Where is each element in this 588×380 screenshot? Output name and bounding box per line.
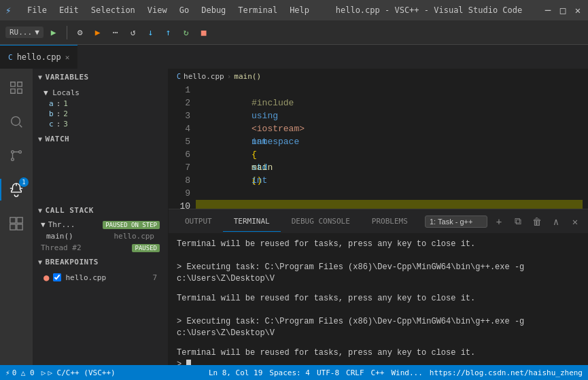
tab-problems[interactable]: PROBLEMS	[361, 211, 419, 232]
svg-point-0	[12, 117, 20, 126]
vscode-icon: ⚡	[5, 5, 16, 16]
activity-extensions[interactable]	[0, 207, 33, 240]
line-num-2: 2	[169, 97, 190, 109]
var-c-value: 3	[63, 120, 68, 128]
panel-maximize-button[interactable]: ∧	[549, 214, 564, 229]
var-a-value: 1	[63, 99, 68, 108]
var-c[interactable]: c : 3	[33, 119, 168, 129]
var-b-value: 2	[63, 109, 68, 118]
panel-split-button[interactable]: ⧉	[511, 214, 525, 229]
menu-file[interactable]: File	[22, 4, 52, 16]
panel-tabs: OUTPUT TERMINAL DEBUG CONSOLE PROBLEMS 1…	[169, 209, 588, 233]
variables-header[interactable]: ▼ VARIABLES	[33, 69, 168, 86]
debug-step-out-button[interactable]: ↑	[161, 25, 176, 40]
activity-explorer[interactable]	[0, 71, 33, 104]
var-b[interactable]: b : 2	[33, 109, 168, 119]
title-bar: ⚡ File Edit Selection View Go Debug Term…	[0, 0, 588, 20]
code-line-1: #include <iostream>	[196, 84, 583, 97]
breadcrumb: C hello.cpp › main()	[169, 69, 588, 84]
thread1-chevron: ▼	[41, 220, 46, 229]
status-position[interactable]: Ln 8, Col 19	[209, 368, 262, 377]
var-a-name: a	[49, 99, 54, 108]
status-platform[interactable]: Wind...	[391, 368, 422, 377]
menu-terminal[interactable]: Terminal	[232, 4, 283, 16]
panel-trash-button[interactable]: 🗑	[530, 214, 544, 229]
debug-config[interactable]: RU... ▼	[5, 27, 44, 38]
code-line-7: ● int b = 2 ;	[196, 161, 583, 174]
debug-step-into-button[interactable]: ↓	[143, 25, 158, 40]
var-a[interactable]: a : 1	[33, 99, 168, 109]
call-stack-thread1[interactable]: ▼ Thr... PAUSED ON STEP	[33, 219, 168, 230]
minimize-button[interactable]: ─	[543, 5, 553, 15]
close-button[interactable]: ✕	[573, 5, 583, 15]
panel-tabs-right: 1: Task - g++ + ⧉ 🗑 ∧ ✕	[425, 214, 583, 229]
panel-close-button[interactable]: ✕	[568, 214, 583, 229]
menu-selection[interactable]: Selection	[86, 4, 141, 16]
call-stack-thread2[interactable]: Thread #2 PAUSED	[33, 242, 168, 254]
terminal-cursor	[186, 360, 191, 365]
debug-restart-button[interactable]: ↻	[179, 25, 194, 40]
tab-output[interactable]: OUTPUT	[174, 211, 223, 232]
svg-rect-5	[17, 218, 22, 223]
mini-map	[583, 84, 588, 209]
status-blog-link[interactable]: https://blog.csdn.net/haishu_zheng	[430, 368, 583, 377]
activity-search[interactable]	[0, 105, 33, 138]
maximize-button[interactable]: □	[558, 5, 568, 15]
thread2-label: Thread #2	[41, 243, 82, 252]
status-debug-icon[interactable]: ⚡ 0 △ 0	[5, 368, 35, 377]
svg-point-1	[12, 151, 14, 154]
watch-header[interactable]: ▼ WATCH	[33, 131, 168, 148]
bp-checkbox[interactable]	[53, 273, 61, 281]
terminal-line-2-3: > Executing task: C:\Program Files (x86)…	[177, 316, 580, 339]
menu-go[interactable]: Go	[174, 4, 194, 16]
call-stack-section: ▼ CALL STACK ▼ Thr... PAUSED ON STEP mai…	[33, 202, 168, 254]
panel-add-button[interactable]: +	[491, 214, 506, 229]
panel-area: OUTPUT TERMINAL DEBUG CONSOLE PROBLEMS 1…	[169, 209, 588, 365]
tab-close-button[interactable]: ✕	[65, 53, 70, 62]
menu-debug[interactable]: Debug	[196, 4, 231, 16]
debug-step-over-button[interactable]: ↺	[126, 25, 141, 40]
line-num-3: 3	[169, 109, 190, 122]
line-num-8: 8	[169, 174, 190, 187]
status-eol[interactable]: CRLF	[346, 368, 364, 377]
watch-section: ▼ WATCH	[33, 131, 168, 148]
breakpoints-chevron: ▼	[38, 258, 43, 266]
debug-continue-button[interactable]: ▶	[46, 25, 61, 40]
debug-icon: ⚡	[5, 368, 10, 377]
debug-settings-button[interactable]: ⚙	[73, 25, 88, 40]
status-language-server[interactable]: ▷ ▷ C/C++ (VSC++)	[41, 368, 116, 377]
menu-view[interactable]: View	[142, 4, 173, 16]
bp-file: hello.cpp	[65, 273, 106, 282]
breadcrumb-symbol[interactable]: main()	[234, 72, 261, 81]
svg-point-3	[12, 158, 14, 161]
tab-terminal[interactable]: TERMINAL	[223, 211, 281, 232]
menu-edit[interactable]: Edit	[54, 4, 84, 16]
call-stack-header[interactable]: ▼ CALL STACK	[33, 202, 168, 219]
activity-git[interactable]	[0, 139, 33, 172]
status-spaces[interactable]: Spaces: 4	[269, 368, 310, 377]
code-editor[interactable]: 1 2 3 4 5 6 7 8 9 10 11 #include <iostre…	[169, 84, 588, 209]
terminal-content[interactable]: Terminal will be reused for tasks, press…	[169, 233, 588, 365]
breakpoints-label: BREAKPOINTS	[46, 258, 99, 266]
activity-debug[interactable]: 1	[0, 173, 33, 206]
editor-area: C hello.cpp › main() 1 2 3 4 5 6 7 8 9 1…	[169, 69, 588, 365]
debug-config-chevron: ▼	[35, 28, 39, 37]
menu-bar: File Edit Selection View Go Debug Termin…	[22, 4, 315, 16]
status-encoding[interactable]: UTF-8	[317, 368, 339, 377]
terminal-line-2-2	[177, 305, 580, 316]
status-language[interactable]: C++	[371, 368, 385, 377]
locals-header[interactable]: ▼ Locals	[33, 87, 168, 99]
debug-run-button[interactable]: ▶	[90, 25, 105, 40]
breakpoints-header[interactable]: ▼ BREAKPOINTS	[33, 254, 168, 271]
tab-debug-console[interactable]: DEBUG CONSOLE	[281, 211, 361, 232]
thread1-label: Thr...	[48, 220, 75, 229]
terminal-line-1-3: > Executing task: C:\Program Files (x86)…	[177, 262, 580, 285]
breadcrumb-file[interactable]: hello.cpp	[184, 72, 224, 81]
call-stack-frame1[interactable]: main() hello.cpp	[33, 230, 168, 242]
menu-help[interactable]: Help	[284, 4, 315, 16]
debug-more-button[interactable]: ⋯	[108, 25, 123, 40]
bp-item-1[interactable]: ● hello.cpp 7	[33, 271, 168, 284]
tab-hello-cpp[interactable]: C hello.cpp ✕	[0, 45, 77, 69]
debug-stop-button[interactable]: ■	[196, 25, 211, 40]
task-select[interactable]: 1: Task - g++	[425, 215, 487, 228]
